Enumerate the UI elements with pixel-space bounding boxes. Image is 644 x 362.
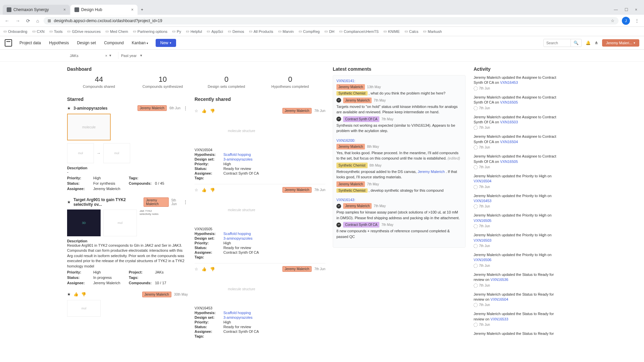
bookmark-item[interactable]: ▭KNIME <box>383 29 400 34</box>
thumbs-down-icon[interactable]: 👎 <box>210 109 215 113</box>
compound-id[interactable]: VXN16504 <box>195 148 325 152</box>
molecule-thumbnail[interactable]: mol <box>67 143 94 163</box>
back-button[interactable]: ← <box>3 17 11 25</box>
thumbs-down-icon[interactable]: 👎 <box>210 188 215 192</box>
nav-hypothesis[interactable]: Hypothesis <box>48 39 69 47</box>
thumbs-down-icon[interactable]: 👎 <box>210 267 215 272</box>
share-icon[interactable]: ⋔ <box>595 41 598 45</box>
close-icon[interactable]: × <box>131 7 133 12</box>
user-menu[interactable]: Jeremy Maleri... <box>602 39 639 47</box>
new-tab-button[interactable]: + <box>138 5 146 15</box>
thumbs-up-icon[interactable]: 👍 <box>202 109 207 113</box>
thumbs-up-icon[interactable]: 👍 <box>202 188 207 192</box>
user-link[interactable]: Jeremy Malerich <box>418 170 445 174</box>
star-icon[interactable]: ★ <box>67 200 71 204</box>
bookmark-item[interactable]: ▭Markush <box>423 29 442 34</box>
forward-button[interactable]: → <box>14 17 21 25</box>
app-logo[interactable] <box>5 39 12 47</box>
compound-link[interactable]: VXN16453 <box>500 80 518 84</box>
thumbs-down-icon[interactable]: 👎 <box>81 292 86 297</box>
design-set-link[interactable]: 3-aminopyrazoles <box>223 315 325 319</box>
mention-tag[interactable]: Synthetic Chemist <box>336 91 368 96</box>
hypothesis-link[interactable]: Scaffold hopping <box>223 153 325 157</box>
bookmark-item[interactable]: ▭Med Chem <box>105 29 128 34</box>
thumbs-up-icon[interactable]: 👍 <box>73 292 78 297</box>
molecule-structure[interactable]: molecule structure <box>195 274 288 304</box>
close-window-icon[interactable]: × <box>635 7 637 12</box>
bookmark-item[interactable]: ▭Py <box>172 29 181 34</box>
timerange-filter[interactable]: Past year ▾ <box>118 52 145 59</box>
star-outline-icon[interactable]: ☆ <box>195 109 198 113</box>
nav-design-set[interactable]: Design set <box>76 39 97 47</box>
compound-link[interactable]: VXN16200: <box>336 138 462 142</box>
nav-kanban[interactable]: Kanban <box>131 39 149 47</box>
chevron-down-icon[interactable]: ▾ <box>109 53 111 58</box>
new-button[interactable]: New <box>156 39 176 47</box>
maximize-icon[interactable]: ☐ <box>625 7 628 12</box>
star-outline-icon[interactable]: ☆ <box>195 267 198 272</box>
compound-id[interactable]: VXN16505 <box>195 227 325 231</box>
compound-link[interactable]: VXN16506 <box>474 258 491 262</box>
bookmark-item[interactable]: ▭Onboarding <box>3 29 28 34</box>
bookmark-item[interactable]: ▭Marvin <box>278 29 294 34</box>
search-icon[interactable]: 🔍 <box>571 39 581 47</box>
minimize-icon[interactable]: — <box>614 7 618 12</box>
bookmark-item[interactable]: ▭AppSci <box>207 29 223 34</box>
notifications-icon[interactable]: 🔔 <box>586 41 591 45</box>
bookmark-item[interactable]: ▭DH <box>324 29 334 34</box>
bookmark-item[interactable]: ▭CXN <box>32 29 45 34</box>
bookmark-item[interactable]: ▭Calcs <box>405 29 419 34</box>
bookmark-item[interactable]: ▭GDrive resources <box>67 29 101 34</box>
compound-id[interactable]: VXN16453 <box>195 306 325 310</box>
hypothesis-link[interactable]: Scaffold hopping <box>223 311 325 315</box>
compound-link[interactable]: VXN16504 <box>474 179 491 183</box>
bookmark-item[interactable]: ▭All Products <box>249 29 273 34</box>
nav-compound[interactable]: Compound <box>103 39 124 47</box>
compound-link[interactable]: VXN16504 <box>490 297 508 301</box>
mention-tag[interactable]: Synthetic Chemist <box>336 188 368 193</box>
structure-thumbnail[interactable]: 3D <box>67 209 101 236</box>
molecule-thumbnail[interactable]: molecule <box>67 114 111 140</box>
browser-tab-active[interactable]: Design Hub × <box>70 5 138 15</box>
compound-link[interactable]: VXN16504 <box>500 140 518 144</box>
bookmark-item[interactable]: ▭Partnering options <box>133 29 167 34</box>
hypothesis-link[interactable]: Scaffold hopping <box>223 232 325 236</box>
more-icon[interactable]: ⋮ <box>183 106 188 111</box>
compound-link[interactable]: VXN16143: <box>336 198 462 202</box>
compound-link[interactable]: VXN16533 <box>490 317 508 321</box>
molecule-structure[interactable]: molecule structure <box>195 195 288 225</box>
star-icon[interactable]: ★ <box>67 292 71 297</box>
compound-link[interactable]: VXN16536 <box>490 278 508 282</box>
bookmark-item[interactable]: ▭Tools <box>49 29 63 34</box>
compound-link[interactable]: VXN16503 <box>474 238 491 242</box>
design-set-link[interactable]: 3-aminopyrazoles <box>223 236 325 240</box>
compound-link[interactable]: VXN16141: <box>336 79 462 83</box>
bookmark-item[interactable]: ▭Demos <box>228 29 244 34</box>
close-icon[interactable]: × <box>63 7 66 12</box>
bookmark-item[interactable]: ▭Compliance/cHemTS <box>339 29 379 34</box>
star-outline-icon[interactable]: ☆ <box>195 188 198 192</box>
star-icon[interactable]: ★ <box>67 106 71 111</box>
chevron-down-icon[interactable]: ▾ <box>140 53 142 58</box>
compound-link[interactable]: VXN16505 <box>500 160 518 164</box>
compound-link[interactable]: VXN16453 <box>474 199 491 203</box>
project-filter[interactable]: JAKs × ▾ <box>67 52 114 59</box>
molecule-thumbnail[interactable]: mol <box>103 209 137 236</box>
home-button[interactable]: ⌂ <box>35 17 40 25</box>
card-title[interactable]: Target Arg901 to gain TYK2 selectivity o… <box>73 197 141 207</box>
address-bar[interactable]: ⊞ designhub.appsci-demo.cxcloud.io/dashb… <box>44 17 619 24</box>
compound-link[interactable]: VXN16505 <box>500 100 518 104</box>
molecule-structure[interactable]: molecule structure <box>195 116 288 146</box>
thumbs-up-icon[interactable]: 👍 <box>202 267 207 272</box>
design-set-link[interactable]: 3-aminopyrazoles <box>223 157 325 161</box>
clear-filter-icon[interactable]: × <box>105 54 107 58</box>
profile-avatar[interactable]: J <box>622 17 630 25</box>
more-icon[interactable]: ⋮ <box>183 199 188 205</box>
molecule-thumbnail[interactable]: mol <box>103 143 130 163</box>
compound-link[interactable]: VXN16503 <box>500 120 518 124</box>
search-input[interactable] <box>544 40 571 46</box>
molecule-thumbnail[interactable]: mol <box>67 300 101 317</box>
browser-tab[interactable]: Chemaxon Synergy × <box>3 5 70 15</box>
card-title[interactable]: 3-aminopyrazoles <box>73 106 107 111</box>
nav-project-data[interactable]: Project data <box>19 39 42 47</box>
